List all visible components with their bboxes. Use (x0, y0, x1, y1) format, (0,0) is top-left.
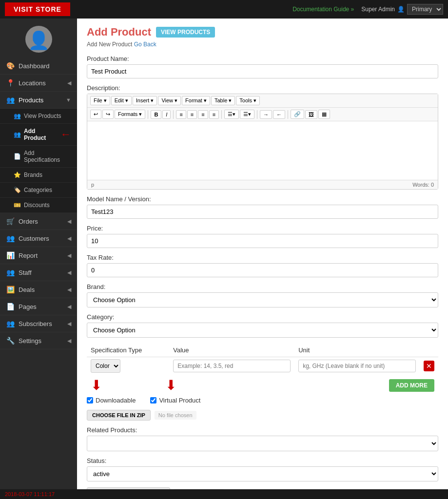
choose-file-button[interactable]: CHOOSE FILE IN ZIP (87, 410, 151, 421)
sidebar-item-report[interactable]: 📊 Report ◀ (0, 247, 77, 264)
admin-info: Super Admin 👤 Primary (361, 4, 443, 15)
add-more-button[interactable]: ADD MORE (389, 379, 434, 392)
editor-undo-btn[interactable]: ↩ (90, 110, 101, 119)
editor-redo-btn[interactable]: ↪ (102, 110, 114, 119)
tax-rate-input[interactable] (87, 263, 438, 277)
view-products-button[interactable]: VIEW PRODUCTS (156, 27, 215, 38)
sidebar-item-staff[interactable]: 👥 Staff ◀ (0, 264, 77, 281)
top-bar: VISIT STORE Documentation Guide » Super … (0, 0, 448, 19)
editor-container: File ▾ Edit ▾ Insert ▾ View ▾ Format ▾ T… (87, 94, 438, 190)
editor-link-btn[interactable]: 🔗 (291, 110, 304, 119)
tax-rate-group: Tax Rate: (87, 254, 438, 277)
sidebar-item-deals[interactable]: 🖼️ Deals ◀ (0, 281, 77, 298)
sidebar-item-products[interactable]: 👥 Products ▼ (0, 92, 77, 109)
editor-bold-btn[interactable]: B (151, 110, 161, 119)
editor-outdent-btn[interactable]: ← (273, 110, 285, 119)
editor-italic-btn[interactable]: I (162, 110, 171, 119)
brand-group: Brand: Choose Option (87, 283, 438, 307)
sidebar-item-discounts[interactable]: 🎫 Discounts (0, 198, 77, 213)
settings-icon: 🔧 (6, 337, 15, 345)
admin-label: Super Admin (361, 6, 395, 13)
editor-separator-3 (221, 110, 222, 119)
related-products-select[interactable] (87, 436, 438, 451)
editor-image-btn[interactable]: 🖼 (305, 110, 317, 119)
sidebar-item-brands[interactable]: ⭐ Brands (0, 168, 77, 183)
editor-media-btn[interactable]: ▦ (318, 110, 330, 119)
category-select[interactable]: Choose Option (87, 323, 438, 338)
editor-view-menu[interactable]: View ▾ (158, 96, 181, 105)
brand-label: Brand: (87, 283, 438, 290)
sidebar-item-view-products[interactable]: 👥 View Products (0, 109, 77, 124)
spec-value-input[interactable] (173, 360, 291, 372)
status-select[interactable]: active (87, 466, 438, 481)
editor-path: p (91, 182, 94, 188)
editor-toolbar: File ▾ Edit ▾ Insert ▾ View ▾ Format ▾ T… (87, 94, 438, 108)
editor-insert-menu[interactable]: Insert ▾ (133, 96, 157, 105)
sidebar-item-categories[interactable]: 🏷️ Categories (0, 183, 77, 198)
sidebar-item-label: Deals (19, 286, 35, 293)
spec-delete-button[interactable]: ✕ (424, 361, 434, 371)
breadcrumb-text: Add New Product (87, 41, 132, 48)
spec-unit-input[interactable] (298, 360, 416, 372)
primary-dropdown[interactable]: Primary (407, 4, 443, 15)
sidebar-item-locations[interactable]: 📍 Locations ◀ (0, 75, 77, 92)
submenu-label: Categories (24, 187, 52, 193)
chevron-icon: ◀ (67, 252, 71, 259)
sidebar: 👤 🎨 Dashboard 📍 Locations ◀ 👥 Products ▼… (0, 19, 77, 489)
sidebar-item-customers[interactable]: 👥 Customers ◀ (0, 230, 77, 247)
checkbox-row: Downloadable Virtual Product (87, 395, 438, 406)
editor-word-count: Words: 0 (412, 182, 434, 188)
model-name-input[interactable] (87, 205, 438, 219)
sidebar-item-pages[interactable]: 📄 Pages ◀ (0, 298, 77, 315)
brands-icon: ⭐ (14, 172, 21, 178)
avatar-container: 👤 (0, 19, 77, 58)
editor-ol-btn[interactable]: ☰▾ (240, 110, 254, 119)
virtual-product-checkbox[interactable] (150, 397, 156, 403)
product-name-input[interactable] (87, 64, 438, 78)
go-back-link[interactable]: Go Back (134, 41, 156, 48)
submenu-label: Add Specifications (24, 150, 71, 163)
virtual-product-label: Virtual Product (150, 397, 200, 404)
downloadable-label: Downloadable (87, 397, 136, 404)
sidebar-item-label: Settings (19, 337, 41, 345)
timestamp: 2018-03-07 11:11:17 (5, 491, 55, 497)
editor-body[interactable] (87, 121, 438, 180)
product-name-label: Product Name: (87, 55, 438, 62)
avatar: 👤 (25, 26, 52, 53)
editor-align-center[interactable]: ≡ (187, 110, 197, 119)
editor-indent-btn[interactable]: → (260, 110, 272, 119)
editor-formats-dropdown[interactable]: Formats ▾ (115, 110, 145, 119)
editor-table-menu[interactable]: Table ▾ (211, 96, 235, 105)
sidebar-item-add-product[interactable]: 👥 Add Product ← (0, 124, 77, 146)
content-area: Add Product VIEW PRODUCTS Add New Produc… (77, 19, 448, 489)
spec-table: Specification Type Value Unit Color (87, 344, 438, 375)
visit-store-button[interactable]: VISIT STORE (5, 2, 70, 16)
editor-align-left[interactable]: ≡ (176, 110, 186, 119)
sidebar-item-dashboard[interactable]: 🎨 Dashboard (0, 58, 77, 75)
top-right: Documentation Guide » Super Admin 👤 Prim… (292, 4, 443, 15)
sidebar-item-label: Pages (19, 303, 37, 310)
editor-file-menu[interactable]: File ▾ (90, 96, 110, 105)
editor-align-justify[interactable]: ≡ (209, 110, 219, 119)
editor-align-right[interactable]: ≡ (198, 110, 208, 119)
products-submenu: 👥 View Products 👥 Add Product ← 📄 Add Sp… (0, 109, 77, 213)
sidebar-item-orders[interactable]: 🛒 Orders ◀ (0, 213, 77, 230)
doc-guide-link[interactable]: Documentation Guide » (292, 6, 354, 13)
add-specs-icon: 📄 (14, 153, 21, 160)
editor-ul-btn[interactable]: ☰▾ (224, 110, 239, 119)
sidebar-item-label: Staff (19, 269, 32, 276)
editor-tools-menu[interactable]: Tools ▾ (236, 96, 260, 105)
page-title: Add Product (87, 26, 151, 38)
editor-format-menu[interactable]: Format ▾ (182, 96, 210, 105)
sidebar-item-settings[interactable]: 🔧 Settings ◀ (0, 332, 77, 349)
price-input[interactable] (87, 234, 438, 248)
chevron-icon: ◀ (67, 269, 71, 276)
spec-type-select[interactable]: Color (91, 359, 120, 373)
downloadable-checkbox[interactable] (87, 397, 93, 403)
spec-type-header: Specification Type (87, 344, 169, 357)
sidebar-item-label: Products (19, 96, 43, 104)
brand-select[interactable]: Choose Option (87, 292, 438, 307)
sidebar-item-add-specifications[interactable]: 📄 Add Specifications (0, 146, 77, 168)
editor-edit-menu[interactable]: Edit ▾ (111, 96, 132, 105)
sidebar-item-subscribers[interactable]: 👥 Subscribers ◀ (0, 315, 77, 332)
